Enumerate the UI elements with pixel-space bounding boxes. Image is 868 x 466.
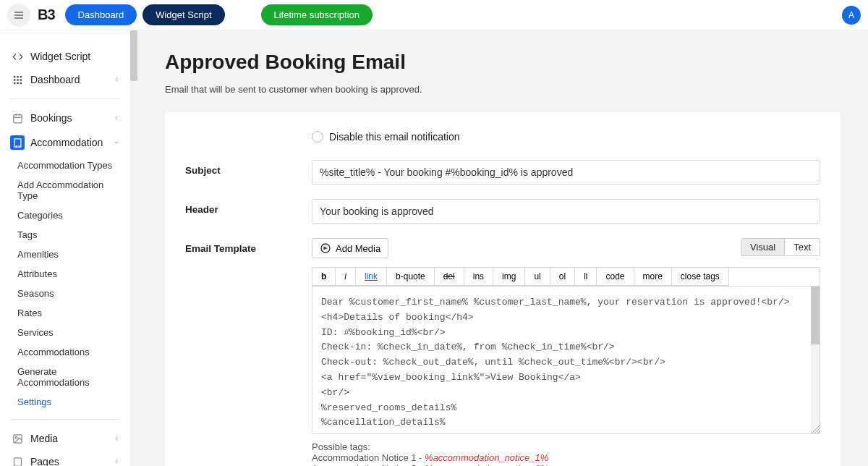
- tool-li[interactable]: li: [575, 268, 597, 286]
- disable-label: Disable this email notification: [329, 131, 460, 143]
- sidebar-sub-seasons[interactable]: Seasons: [0, 284, 130, 303]
- sidebar-item-media[interactable]: Media: [0, 427, 130, 450]
- editor-toolbar: b i link b-quote del ins img ul ol li co…: [312, 267, 820, 286]
- possible-tags-label: Possible tags:: [312, 441, 820, 452]
- tool-del[interactable]: del: [435, 268, 464, 286]
- disable-radio[interactable]: [312, 131, 323, 143]
- tool-link[interactable]: link: [356, 268, 387, 286]
- svg-rect-12: [13, 114, 21, 122]
- sidebar-label: Bookings: [30, 112, 72, 124]
- svg-rect-4: [17, 75, 19, 77]
- avatar[interactable]: A: [842, 6, 861, 25]
- nav-lifetime[interactable]: Lifetime subscription: [261, 4, 373, 25]
- menu-toggle[interactable]: [7, 4, 30, 27]
- template-label: Email Template: [185, 238, 312, 466]
- tool-ol[interactable]: ol: [550, 268, 575, 286]
- tool-img[interactable]: img: [493, 268, 525, 286]
- svg-rect-9: [13, 82, 15, 84]
- notice1-tag: %accommodation_notice_1%: [425, 452, 548, 463]
- sidebar-sub-rates[interactable]: Rates: [0, 303, 130, 323]
- svg-rect-6: [13, 79, 15, 81]
- settings-card: Disable this email notification Subject …: [165, 112, 841, 466]
- tool-close-tags[interactable]: close tags: [672, 268, 729, 286]
- sidebar: Widget Script Dashboard Bookings Accommo…: [0, 30, 130, 466]
- svg-rect-7: [17, 79, 19, 81]
- chevron-left-icon: [113, 456, 120, 466]
- sidebar-sub-categories[interactable]: Categories: [0, 206, 130, 225]
- sidebar-item-widget-script[interactable]: Widget Script: [0, 45, 130, 68]
- notice2-tag: %accommodation_notice_2%: [425, 463, 548, 466]
- nav-dashboard[interactable]: Dashboard: [65, 4, 137, 25]
- tool-more[interactable]: more: [634, 268, 672, 286]
- header-input[interactable]: [312, 199, 820, 224]
- possible-tags: Possible tags: Accommodation Notice 1 - …: [312, 441, 820, 466]
- chevron-left-icon: [113, 112, 120, 124]
- chevron-left-icon: [113, 433, 120, 444]
- scrollbar-thumb[interactable]: [130, 30, 137, 81]
- resize-handle[interactable]: [809, 423, 820, 433]
- calendar-icon: [10, 113, 25, 124]
- svg-rect-3: [13, 75, 15, 77]
- svg-rect-8: [20, 79, 22, 81]
- image-icon: [10, 433, 25, 444]
- nav-widget-script[interactable]: Widget Script: [142, 4, 224, 25]
- tool-italic[interactable]: i: [336, 268, 356, 286]
- page-subtitle: Email that will be sent to customer when…: [165, 84, 841, 95]
- svg-point-20: [15, 436, 17, 439]
- building-icon: [10, 135, 25, 150]
- sidebar-label: Pages: [30, 456, 59, 466]
- sidebar-item-dashboard[interactable]: Dashboard: [0, 68, 130, 91]
- add-media-label: Add Media: [336, 243, 380, 254]
- sidebar-item-pages[interactable]: Pages: [0, 450, 130, 466]
- sidebar-sub-generate[interactable]: Generate Accommodations: [0, 362, 130, 392]
- tab-text[interactable]: Text: [785, 238, 820, 256]
- sidebar-sub-settings[interactable]: Settings: [0, 392, 130, 412]
- sidebar-sub-add[interactable]: Add Accommodation Type: [0, 175, 130, 206]
- notice2-label: Accommodation Notice 2 -: [312, 463, 425, 466]
- header-label: Header: [185, 199, 312, 224]
- template-textarea[interactable]: [312, 287, 820, 431]
- sidebar-sub-attributes[interactable]: Attributes: [0, 264, 130, 284]
- notice1-label: Accommodation Notice 1 -: [312, 452, 425, 463]
- subject-input[interactable]: [312, 160, 820, 185]
- chevron-down-icon: [113, 137, 120, 148]
- grid-icon: [10, 75, 25, 85]
- tool-ins[interactable]: ins: [464, 268, 493, 286]
- sidebar-label: Widget Script: [30, 51, 90, 62]
- tool-code[interactable]: code: [597, 268, 634, 286]
- sidebar-label: Media: [30, 433, 58, 444]
- chevron-left-icon: [113, 74, 120, 85]
- editor-scroll-thumb[interactable]: [811, 287, 820, 344]
- sidebar-sub-services[interactable]: Services: [0, 323, 130, 342]
- svg-rect-10: [17, 82, 19, 84]
- sidebar-sub-amenities[interactable]: Amenities: [0, 245, 130, 264]
- tool-ul[interactable]: ul: [525, 268, 550, 286]
- sidebar-sub-accommodations[interactable]: Accommodations: [0, 342, 130, 362]
- sidebar-scrollbar[interactable]: [130, 30, 137, 466]
- logo: B3: [38, 7, 55, 23]
- tool-bold[interactable]: b: [312, 268, 336, 286]
- code-icon: [10, 51, 25, 62]
- sidebar-item-bookings[interactable]: Bookings: [0, 106, 130, 130]
- svg-rect-21: [14, 457, 21, 465]
- page-icon: [10, 457, 25, 467]
- sidebar-label: Accommodation: [30, 137, 103, 148]
- subject-label: Subject: [185, 160, 312, 185]
- sidebar-sub-types[interactable]: Accommodation Types: [0, 156, 130, 175]
- sidebar-item-accommodation[interactable]: Accommodation: [0, 130, 130, 156]
- svg-rect-16: [14, 138, 21, 146]
- page-title: Approved Booking Email: [165, 51, 841, 74]
- add-media-button[interactable]: Add Media: [312, 238, 388, 258]
- svg-rect-11: [20, 82, 22, 84]
- editor-scrollbar[interactable]: [811, 287, 820, 433]
- sidebar-label: Dashboard: [30, 74, 80, 85]
- tool-bquote[interactable]: b-quote: [387, 268, 435, 286]
- svg-rect-5: [20, 75, 22, 77]
- sidebar-sub-tags[interactable]: Tags: [0, 225, 130, 245]
- main-content: Approved Booking Email Email that will b…: [137, 30, 868, 466]
- tab-visual[interactable]: Visual: [741, 238, 785, 256]
- media-icon: [320, 242, 331, 254]
